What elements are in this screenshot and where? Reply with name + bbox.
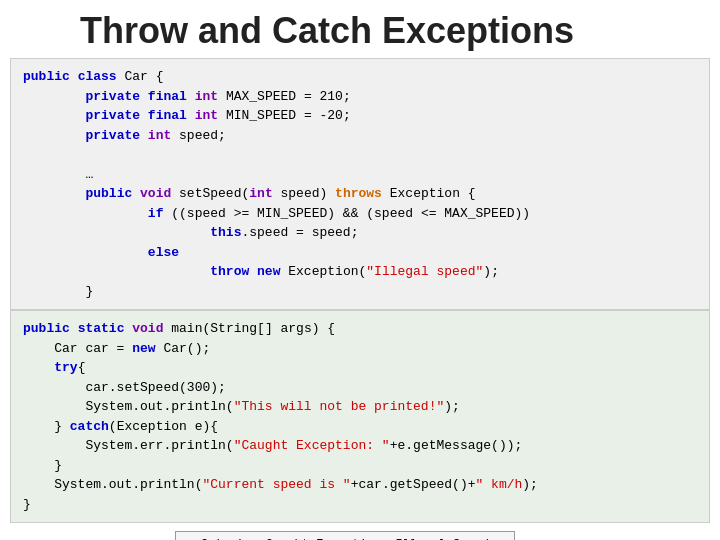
code-top-section: public class Car { private final int MAX… <box>10 58 710 310</box>
title: Throw and Catch Exceptions <box>0 0 720 58</box>
output-box: Output: Caught Exception: Illegal Speed … <box>175 531 515 540</box>
code-bottom-section: public static void main(String[] args) {… <box>10 310 710 523</box>
